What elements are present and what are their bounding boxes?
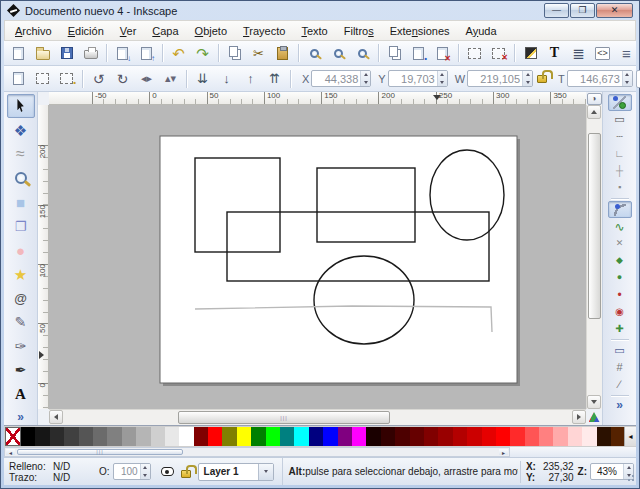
snap-page-border-button[interactable]: ▭ bbox=[608, 342, 632, 359]
cms-toggle-button[interactable]: ◑ bbox=[587, 93, 602, 105]
palette-swatch[interactable] bbox=[251, 427, 265, 446]
snap-smooth-nodes-button[interactable]: ● bbox=[608, 269, 632, 286]
layer-selector[interactable]: Layer 1 bbox=[198, 463, 274, 481]
zoom-to-drawing-button[interactable] bbox=[327, 42, 350, 64]
duplicate-button[interactable] bbox=[383, 42, 406, 64]
3d-box-tool-button[interactable]: ❐ bbox=[7, 214, 35, 238]
raise-to-top-button[interactable]: ⇈ bbox=[263, 68, 286, 90]
palette-swatch[interactable] bbox=[438, 427, 452, 446]
group-button[interactable] bbox=[463, 42, 486, 64]
palette-scroll-arrow[interactable]: ◂ bbox=[624, 427, 636, 446]
export-button[interactable]: ↑ bbox=[135, 42, 158, 64]
canvas-viewport[interactable] bbox=[49, 105, 586, 409]
menu-capa[interactable]: Capa bbox=[144, 22, 186, 40]
y-field-spinner[interactable] bbox=[437, 71, 447, 86]
stroke-value[interactable]: N/D bbox=[53, 472, 83, 483]
palette-swatch[interactable] bbox=[395, 427, 409, 446]
save-document-button[interactable] bbox=[55, 42, 78, 64]
palette-swatch[interactable] bbox=[237, 427, 251, 446]
flip-vertical-button[interactable]: ▴▾ bbox=[159, 68, 182, 90]
text-and-font-button[interactable]: T bbox=[543, 42, 566, 64]
palette-swatch[interactable] bbox=[280, 427, 294, 446]
rectangle-tool-button[interactable]: ■ bbox=[7, 190, 35, 214]
bezier-pen-tool-button[interactable]: ✑ bbox=[7, 334, 35, 358]
selector-tool-button[interactable] bbox=[7, 94, 35, 118]
scroll-left-button[interactable] bbox=[49, 410, 63, 424]
palette-scroll-left-button[interactable]: ◂ bbox=[6, 449, 15, 455]
palette-swatch[interactable] bbox=[453, 427, 467, 446]
raise-one-step-button[interactable]: ↑ bbox=[239, 68, 262, 90]
menu-texto[interactable]: Texto bbox=[293, 22, 335, 40]
close-button[interactable]: ✕ bbox=[596, 3, 633, 18]
palette-swatch[interactable] bbox=[410, 427, 424, 446]
palette-swatch[interactable] bbox=[582, 427, 596, 446]
create-clone-button[interactable]: • bbox=[407, 42, 430, 64]
print-document-button[interactable] bbox=[79, 42, 102, 64]
menu-edición[interactable]: Edición bbox=[60, 22, 112, 40]
canvas-page[interactable] bbox=[160, 136, 517, 383]
palette-swatch[interactable] bbox=[611, 427, 624, 446]
snap-toggle-button[interactable] bbox=[608, 94, 632, 111]
palette-swatch[interactable] bbox=[597, 427, 611, 446]
text-tool-button[interactable]: A bbox=[7, 382, 35, 406]
menu-trayecto[interactable]: Trayecto bbox=[235, 22, 293, 40]
palette-swatch[interactable] bbox=[35, 427, 49, 446]
snap-bbox-centers-button[interactable]: ▪ bbox=[608, 179, 632, 196]
fill-value[interactable]: N/D bbox=[53, 461, 83, 472]
rotate-90-cw-button[interactable]: ↻ bbox=[111, 68, 134, 90]
minimize-button[interactable]: — bbox=[544, 3, 569, 18]
ellipse-tool-button[interactable]: ● bbox=[7, 238, 35, 262]
select-all-in-all-layers-button[interactable] bbox=[31, 68, 54, 90]
maximize-button[interactable]: ❐ bbox=[570, 3, 595, 18]
palette-scroll-track[interactable]: ◂ ||| ▸ bbox=[4, 447, 510, 457]
palette-swatch[interactable] bbox=[294, 427, 308, 446]
palette-swatch[interactable] bbox=[50, 427, 64, 446]
lower-to-bottom-button[interactable]: ⇊ bbox=[191, 68, 214, 90]
palette-swatch[interactable] bbox=[79, 427, 93, 446]
undo-button[interactable]: ↶ bbox=[167, 42, 190, 64]
snap-midpoints-button[interactable]: • bbox=[608, 286, 632, 303]
zoom-to-selection-button[interactable] bbox=[303, 42, 326, 64]
layer-dropdown-button[interactable] bbox=[258, 464, 273, 480]
xml-editor-button[interactable]: <> bbox=[591, 42, 614, 64]
palette-swatch[interactable] bbox=[338, 427, 352, 446]
menu-archivo[interactable]: Archivo bbox=[7, 22, 60, 40]
palette-swatch[interactable] bbox=[525, 427, 539, 446]
horizontal-scrollbar[interactable]: ||| bbox=[49, 409, 586, 425]
palette-swatch[interactable] bbox=[424, 427, 438, 446]
snap-bbox-edge-midpoints-button[interactable]: ┼ bbox=[608, 162, 632, 179]
star-tool-button[interactable]: ★ bbox=[7, 262, 35, 286]
t-field[interactable]: 146,673 bbox=[567, 70, 633, 87]
paste-button[interactable] bbox=[271, 42, 294, 64]
cut-button[interactable]: ✂ bbox=[247, 42, 270, 64]
snap-path-intersections-button[interactable]: ✕ bbox=[608, 235, 632, 252]
rotate-90-ccw-button[interactable]: ↺ bbox=[87, 68, 110, 90]
menu-filtros[interactable]: Filtros bbox=[336, 22, 382, 40]
unlink-clone-button[interactable]: ✕ bbox=[431, 42, 454, 64]
palette-swatch[interactable] bbox=[553, 427, 567, 446]
opacity-field[interactable]: 100 bbox=[113, 463, 151, 480]
menu-ver[interactable]: Ver bbox=[112, 22, 145, 40]
palette-swatch[interactable] bbox=[179, 427, 193, 446]
palette-swatch[interactable] bbox=[352, 427, 366, 446]
palette-swatch[interactable] bbox=[122, 427, 136, 446]
flip-horizontal-button[interactable]: ◂▸ bbox=[135, 68, 158, 90]
x-field-spinner[interactable] bbox=[360, 71, 370, 86]
unit-selector[interactable]: mm bbox=[636, 70, 640, 88]
t-field-spinner[interactable] bbox=[622, 71, 632, 86]
palette-scroll-thumb[interactable]: ||| bbox=[17, 449, 183, 455]
palette-swatch[interactable] bbox=[21, 427, 35, 446]
select-all-button[interactable] bbox=[7, 68, 30, 90]
palette-swatch[interactable] bbox=[539, 427, 553, 446]
palette-swatch[interactable] bbox=[136, 427, 150, 446]
palette-scroll-right-button[interactable]: ▸ bbox=[499, 449, 508, 455]
copy-button[interactable] bbox=[223, 42, 246, 64]
vertical-scroll-thumb[interactable] bbox=[588, 133, 601, 319]
tweak-tool-button[interactable]: ≈ bbox=[7, 142, 35, 166]
snap-bbox-edges-button[interactable]: ┄ bbox=[608, 128, 632, 145]
node-editor-tool-button[interactable]: ❖ bbox=[7, 118, 35, 142]
scroll-down-button[interactable] bbox=[587, 395, 601, 409]
snap-guides-button[interactable]: ∕ bbox=[608, 376, 632, 393]
menu-ayuda[interactable]: Ayuda bbox=[458, 22, 505, 40]
palette-swatch[interactable] bbox=[510, 427, 524, 446]
